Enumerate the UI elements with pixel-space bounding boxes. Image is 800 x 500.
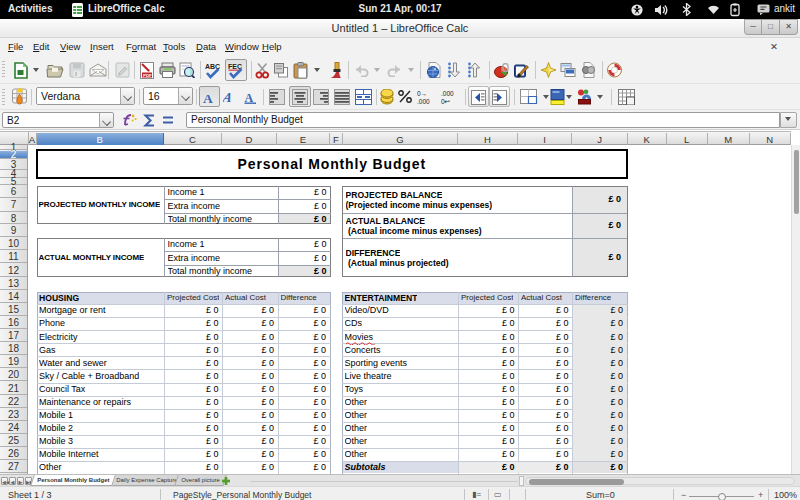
svg-text:.000: .000 bbox=[441, 90, 454, 97]
svg-text:.000: .000 bbox=[417, 98, 430, 105]
svg-text:PDF: PDF bbox=[143, 73, 152, 78]
svg-text:0→: 0→ bbox=[417, 90, 427, 97]
svg-text:A: A bbox=[203, 91, 213, 105]
svg-text:A: A bbox=[223, 91, 234, 104]
svg-text:A: A bbox=[245, 91, 254, 105]
svg-text:0↩: 0↩ bbox=[441, 98, 450, 105]
